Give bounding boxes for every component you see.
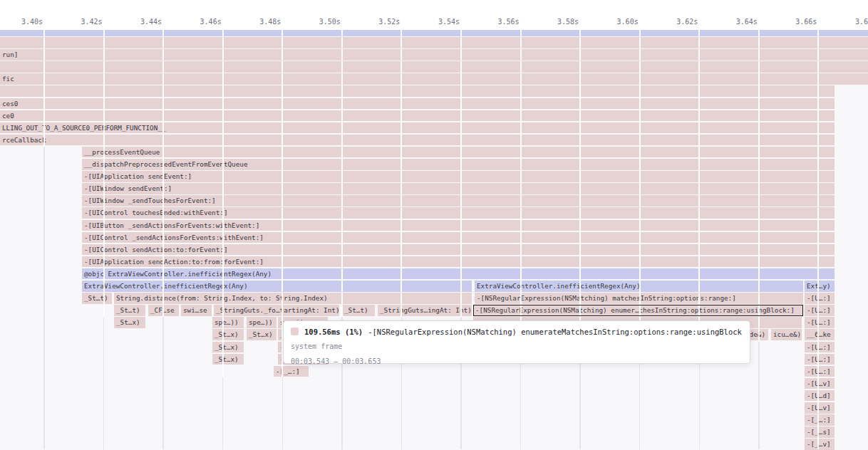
frame-bar[interactable]: ExtraViewController.inefficientRegex(Any… (82, 281, 472, 292)
time-axis-tick-label: 3.52s (357, 17, 400, 27)
frame-bar[interactable]: _St…x) (212, 329, 244, 340)
time-axis-tick-label: 3.62s (655, 17, 698, 27)
frame-bar[interactable]: _St…x) (212, 342, 244, 353)
frame-bar[interactable]: -[U…:] (805, 293, 835, 304)
frame-bar[interactable]: -[UIWindow sendEvent:] (82, 183, 835, 194)
frame-bar[interactable]: -[UIControl _sendActionsForEvents:withEv… (82, 232, 835, 244)
frame-bar[interactable]: __6…ke (805, 329, 835, 340)
frame-bar[interactable]: ce0 (0, 110, 835, 122)
frame-bar[interactable]: ExtraViewController.inefficientRegex(Any… (475, 281, 803, 292)
frame-bar[interactable]: _St…x) (247, 329, 277, 340)
frame-bar[interactable]: -[U…d] (805, 390, 835, 402)
frame-bar[interactable]: icu…e&) (771, 329, 802, 340)
frame-bar[interactable]: -[_…:] (274, 366, 309, 377)
frame-bar[interactable]: -[U…v] (805, 402, 835, 414)
frame-bar[interactable]: _St…t) (82, 293, 112, 304)
frame-bar[interactable]: String.distance(from: String.Index, to: … (114, 293, 472, 304)
time-axis-tick-label: 3.68s (834, 17, 868, 27)
frame-bar[interactable]: ces0 (0, 98, 835, 110)
frame-bar[interactable]: Ext…y) (805, 281, 835, 292)
frame-bar[interactable] (0, 61, 868, 73)
time-axis-tick-label: 3.42s (60, 17, 103, 27)
frame-bar[interactable] (0, 85, 835, 97)
time-axis-tick-label: 3.66s (774, 17, 817, 27)
frame-bar[interactable]: _CF…se (148, 305, 179, 316)
time-axis-tick-label: 3.64s (715, 17, 758, 27)
frame-bar[interactable]: -[UIApplication sendAction:to:from:forEv… (82, 256, 835, 268)
frame-bar[interactable]: swi…se (181, 305, 212, 316)
frame-bar[interactable]: _StringGuts._fo…tartingAt: Int) (214, 305, 339, 316)
flame-chart-stage: 3.40s3.42s3.44s3.46s3.48s3.50s3.52s3.54s… (0, 0, 868, 450)
frame-bar[interactable]: -[UIApplication sendEvent:] (82, 171, 835, 182)
frame-bar[interactable]: rceCallback (0, 135, 835, 146)
frame-bar[interactable]: -[UIControl sendAction:to:forEvent:] (82, 244, 835, 256)
frame-tooltip: 109.56ms (1%) -[NSRegularExpression(NSMa… (283, 320, 750, 364)
tooltip-time-range: 00:03.543 — 00:03.653 (291, 356, 743, 367)
frame-bar[interactable]: spe…)) (212, 317, 244, 328)
frame-bar[interactable]: @objc ExtraViewController.inefficientReg… (82, 268, 835, 280)
tooltip-category: system frame (291, 341, 743, 352)
frame-bar[interactable]: fic (0, 73, 868, 85)
time-axis-tick-label: 3.58s (536, 17, 579, 27)
time-axis-tick-label: 3.50s (298, 17, 341, 27)
frame-bar[interactable]: -[U…:] (805, 317, 835, 328)
frame-bar[interactable]: -[UIButton _sendActionsForEvents:withEve… (82, 220, 835, 231)
frame-bar[interactable]: -[_…s] (805, 427, 835, 438)
frame-bar[interactable]: _St…x) (114, 317, 145, 328)
frame-bar[interactable]: -[U…:] (805, 354, 835, 365)
frame-bar[interactable]: -[_…v] (805, 439, 835, 450)
time-axis-tick-label: 3.56s (477, 17, 520, 27)
frame-bar[interactable]: -[U…:] (805, 305, 835, 316)
frame-bar[interactable]: __processEventQueue (82, 147, 835, 158)
selected-frame-bar[interactable]: -[NSRegularExpression(NSMatching) enumer… (473, 305, 803, 316)
frame-bar[interactable]: __dispatchPreprocessedEventFromEventQueu… (82, 159, 835, 170)
frame-bar[interactable]: spe…)) (247, 317, 277, 328)
time-axis-tick-label: 3.60s (596, 17, 639, 27)
frame-bar[interactable]: _St…x) (212, 354, 244, 365)
time-axis-tick-label: 3.48s (238, 17, 281, 27)
time-axis-tick-label: 3.40s (0, 17, 43, 27)
tooltip-method-name: -[NSRegularExpression(NSMatching) enumer… (368, 328, 743, 336)
frame-bar[interactable]: -[NSRegularExpression(NSMatching) matche… (475, 293, 803, 304)
category-swatch-icon (291, 328, 299, 335)
frame-bar[interactable]: _St…t) (114, 305, 145, 316)
frame-bar[interactable] (0, 37, 868, 48)
frame-bar[interactable]: -[UIControl touchesEnded:withEvent:] (82, 207, 835, 219)
time-axis-tick-label: 3.44s (119, 17, 162, 27)
time-axis-tick-label: 3.46s (179, 17, 222, 27)
category-strip (0, 30, 868, 36)
tooltip-duration: 109.56ms (1%) (304, 328, 363, 336)
frame-bar[interactable]: _St…t) (342, 305, 375, 316)
frame-bar[interactable]: -[UIWindow _sendTouchesForEvent:] (82, 195, 835, 206)
time-axis-tick-label: 3.54s (417, 17, 460, 27)
frame-bar[interactable]: -[_…:] (805, 414, 835, 426)
frame-bar[interactable]: run] (0, 49, 868, 61)
frame-bar[interactable]: -[U…:] (805, 366, 835, 377)
frame-bar[interactable]: _StringGuts…ingAt: Int) (378, 305, 472, 316)
frame-bar[interactable]: -[U…v] (805, 378, 835, 389)
frame-bar[interactable]: -[U…:] (805, 342, 835, 353)
frame-bar[interactable]: LLING_OUT_TO_A_SOURCE0_PERFORM_FUNCTION_… (0, 122, 835, 134)
tooltip-title-line: 109.56ms (1%) -[NSRegularExpression(NSMa… (291, 326, 743, 337)
